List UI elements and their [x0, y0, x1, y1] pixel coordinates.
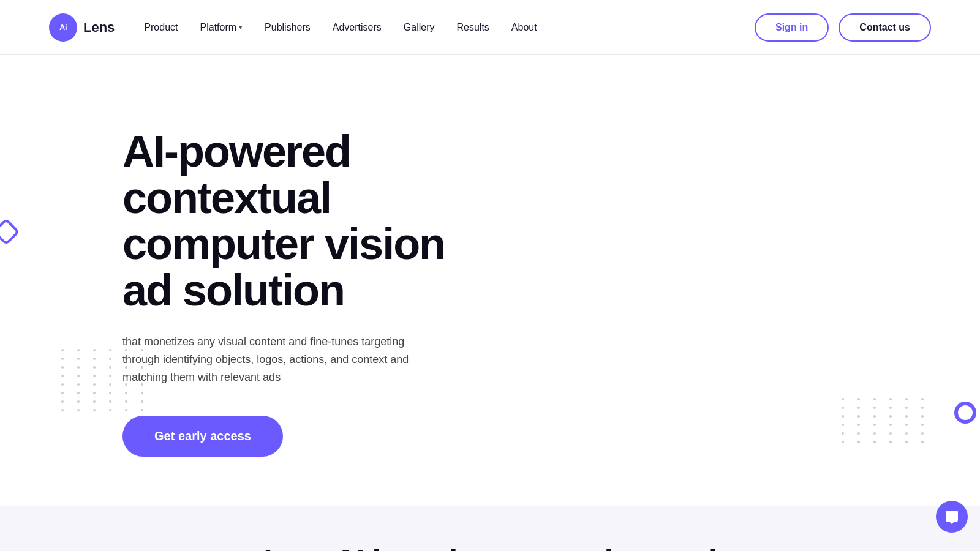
nav-link-product[interactable]: Product [144, 22, 178, 33]
bottom-section: LensAI introduces an advanced [0, 506, 980, 551]
nav-link-advertisers[interactable]: Advertisers [333, 22, 382, 33]
get-early-access-button[interactable]: Get early access [123, 416, 283, 457]
svg-point-2 [958, 405, 973, 420]
hero-subtitle: that monetizes any visual content and fi… [123, 333, 417, 386]
dot-grid-right [842, 398, 931, 443]
nav-links: Product Platform ▾ Publishers Advertiser… [144, 22, 537, 33]
svg-rect-0 [0, 220, 18, 244]
contact-button[interactable]: Contact us [839, 13, 931, 42]
logo-icon: Ai [49, 13, 77, 42]
nav-actions: Sign in Contact us [755, 13, 931, 42]
chat-bubble-button[interactable] [936, 501, 968, 533]
logo[interactable]: Ai Lens [49, 13, 115, 42]
hero-section: AI-powered contextual computer vision ad… [0, 55, 980, 506]
chevron-down-icon: ▾ [239, 23, 243, 31]
logo-text: Lens [83, 20, 115, 36]
nav-link-results[interactable]: Results [457, 22, 489, 33]
hero-title: AI-powered contextual computer vision ad… [123, 129, 502, 313]
nav-link-gallery[interactable]: Gallery [404, 22, 435, 33]
navbar: Ai Lens Product Platform ▾ Publishers Ad… [0, 0, 980, 55]
nav-link-publishers[interactable]: Publishers [265, 22, 311, 33]
chat-icon [944, 509, 959, 524]
bottom-title: LensAI introduces an advanced [49, 542, 931, 551]
deco-diamond-left [0, 220, 18, 245]
nav-link-platform[interactable]: Platform ▾ [200, 22, 243, 33]
hero-content: AI-powered contextual computer vision ad… [123, 129, 502, 457]
signin-button[interactable]: Sign in [755, 13, 829, 42]
deco-circle-right [951, 398, 980, 427]
nav-link-about[interactable]: About [511, 22, 537, 33]
